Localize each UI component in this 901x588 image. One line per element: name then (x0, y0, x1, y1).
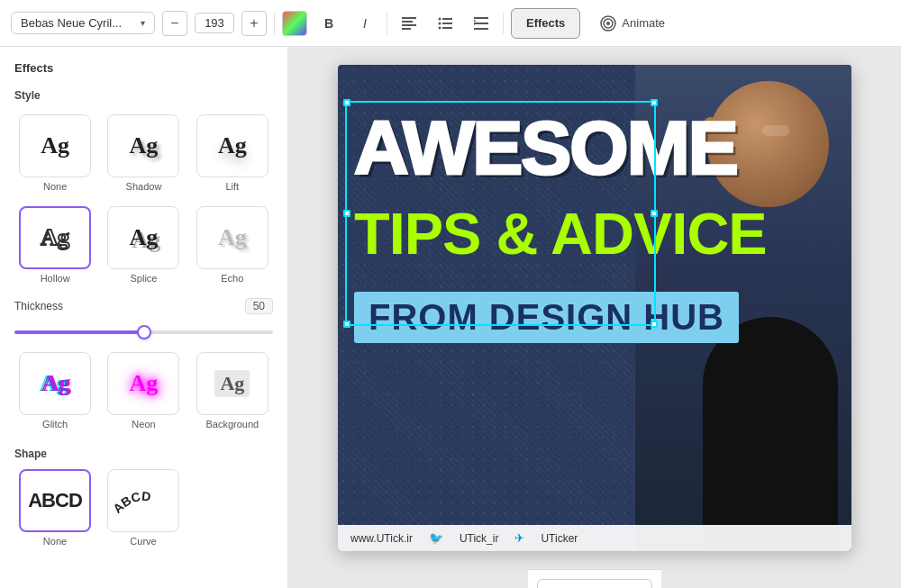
style-glitch-preview: Ag (19, 352, 91, 415)
style-none[interactable]: Ag None (14, 111, 96, 195)
italic-button[interactable]: I (350, 9, 379, 38)
style-lift-text: Ag (218, 132, 247, 159)
style-splice[interactable]: Ag Splice (103, 203, 184, 287)
align-button[interactable] (395, 9, 423, 38)
style-echo-preview: Ag (196, 206, 268, 269)
font-size-input[interactable] (195, 13, 234, 33)
style-splice-text: Ag (130, 224, 159, 251)
svg-rect-0 (402, 17, 416, 19)
bold-button[interactable]: B (314, 9, 343, 38)
canvas-text-tips: TIPS & ADVICE (354, 204, 767, 263)
style-none-label: None (43, 181, 67, 192)
svg-point-4 (439, 17, 441, 20)
watermark-twitter: UTick_ir (460, 532, 499, 545)
shape-none-label: None (43, 536, 67, 547)
shape-section-title: Shape (14, 448, 273, 460)
thickness-row: Thickness 50 (14, 298, 273, 314)
divider-1 (274, 13, 275, 34)
svg-rect-5 (442, 18, 452, 20)
canvas-text-awesome: AWESOME (354, 110, 737, 185)
animate-button[interactable]: Animate (587, 10, 678, 37)
style-shadow[interactable]: Ag Shadow (103, 111, 184, 195)
chevron-down-icon: ▾ (141, 18, 145, 28)
line-spacing-button[interactable] (467, 9, 496, 38)
main-layout: Effects Style Ag None Ag Shadow Ag (0, 47, 901, 588)
style-glitch-text: Ag (41, 370, 69, 397)
shape-curve-preview: ABCD (107, 469, 179, 532)
style-neon-preview: Ag (107, 352, 179, 415)
svg-rect-2 (402, 24, 416, 26)
canvas-text-from-bg: FROM DESIGN HUB (354, 292, 739, 343)
animate-label: Animate (622, 16, 665, 30)
color-picker-button[interactable] (282, 11, 307, 36)
divider-3 (503, 13, 504, 34)
style-shadow-label: Shadow (126, 181, 162, 192)
thickness-slider[interactable] (14, 330, 273, 334)
canvas-background: AWESOME TIPS & ADVICE FROM DESIGN HUB (338, 65, 851, 551)
style-background[interactable]: Ag Background (192, 348, 273, 433)
style-glitch-label: Glitch (42, 419, 68, 430)
style-echo-label: Echo (221, 273, 243, 284)
panel-title: Effects (14, 61, 273, 75)
style-background-preview: Ag (196, 352, 268, 415)
toolbar: Bebas Neue Cyril... ▾ − + B I Effects An… (0, 0, 901, 47)
list-button[interactable] (431, 9, 460, 38)
style-glitch[interactable]: Ag Glitch (14, 348, 96, 433)
style-splice-preview: Ag (107, 206, 179, 269)
add-page-button[interactable]: ＋ + Add page (537, 579, 651, 588)
style-hollow-text: Ag (41, 224, 69, 251)
svg-rect-10 (474, 17, 488, 19)
watermark-telegram: UTicker (541, 532, 578, 545)
divider-2 (387, 13, 387, 34)
font-selector[interactable]: Bebas Neue Cyril... ▾ (11, 12, 155, 34)
shape-curve-label: Curve (130, 536, 156, 547)
shape-none-text: ABCD (28, 489, 82, 512)
style-hollow[interactable]: Ag Hollow (14, 203, 96, 287)
svg-marker-13 (474, 20, 477, 22)
watermark-url: www.UTick.ir (350, 532, 413, 545)
font-size-decrease-button[interactable]: − (162, 11, 187, 36)
telegram-icon: ✈ (514, 531, 524, 545)
thickness-value: 50 (245, 298, 273, 314)
style-echo[interactable]: Ag Echo (192, 203, 273, 287)
svg-point-6 (439, 22, 441, 24)
style-hollow-preview: Ag (19, 206, 91, 269)
style-neon[interactable]: Ag Neon (103, 348, 184, 433)
style-none-preview: Ag (19, 114, 91, 177)
list-icon (438, 17, 452, 30)
style-neon-text: Ag (130, 370, 159, 397)
style-shadow-text: Ag (130, 132, 159, 159)
style-hollow-label: Hollow (41, 273, 70, 284)
font-name: Bebas Neue Cyril... (21, 16, 135, 30)
style-lift[interactable]: Ag Lift (192, 111, 273, 195)
style-splice-label: Splice (131, 273, 158, 284)
svg-point-17 (606, 22, 610, 25)
canvas-text-from: FROM DESIGN HUB (369, 297, 724, 337)
style-lift-label: Lift (225, 181, 239, 192)
person-body (703, 317, 838, 551)
svg-rect-12 (474, 28, 488, 30)
canvas-bottom-bar: ＋ + Add page (528, 569, 660, 588)
align-icon (402, 17, 416, 30)
style-section-title: Style (14, 89, 273, 102)
effects-button[interactable]: Effects (511, 8, 580, 39)
shape-grid: ABCD None ABCD Curve (14, 469, 273, 547)
slider-container (14, 321, 273, 338)
shape-none[interactable]: ABCD None (14, 469, 96, 547)
design-canvas[interactable]: AWESOME TIPS & ADVICE FROM DESIGN HUB (338, 65, 851, 551)
svg-rect-1 (402, 21, 413, 23)
svg-rect-7 (442, 23, 452, 24)
font-size-increase-button[interactable]: + (241, 11, 267, 36)
canvas-wrapper: AWESOME TIPS & ADVICE FROM DESIGN HUB (320, 47, 869, 569)
style-none-text: Ag (41, 132, 69, 159)
style-grid-2: Ag Glitch Ag Neon Ag Background (14, 348, 273, 433)
watermark-bar: www.UTick.ir 🐦 UTick_ir ✈ UTicker (338, 525, 851, 551)
style-background-label: Background (205, 419, 259, 430)
svg-point-8 (439, 26, 441, 29)
svg-rect-9 (442, 27, 452, 29)
canvas-area: AWESOME TIPS & ADVICE FROM DESIGN HUB (288, 47, 901, 588)
style-lift-preview: Ag (196, 114, 268, 177)
style-background-text: Ag (214, 370, 250, 397)
style-neon-label: Neon (132, 419, 155, 430)
shape-curve[interactable]: ABCD Curve (103, 469, 184, 547)
